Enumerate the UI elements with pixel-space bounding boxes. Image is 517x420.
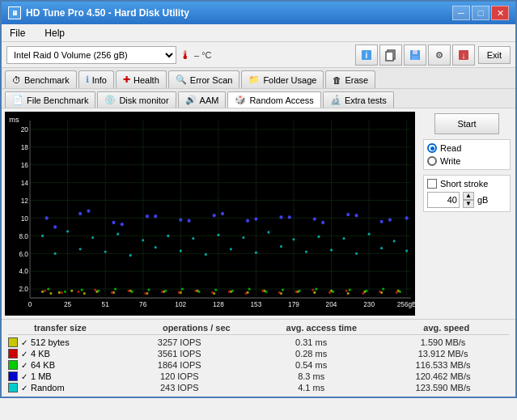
row-access-time: 4.1 ms [245,383,377,392]
row-transfer-size: 512 bytes [31,337,70,347]
svg-point-78 [44,290,46,292]
checkmark: ✓ [21,372,28,381]
close-button[interactable]: ✕ [491,6,509,20]
short-stroke-checkbox[interactable] [427,179,437,189]
svg-point-136 [121,223,124,226]
svg-point-164 [280,245,282,248]
svg-point-100 [47,287,49,290]
stroke-down-button[interactable]: ▼ [463,200,474,208]
exit-button[interactable]: Exit [478,46,511,64]
toolbar-download-btn[interactable]: ↓ [452,45,475,66]
stats-row-label: ✓ 1 MB [8,371,113,381]
read-radio[interactable]: Read [427,143,506,153]
svg-point-150 [104,250,107,252]
maximize-button[interactable]: □ [472,6,489,20]
svg-text:2.0: 2.0 [19,285,28,293]
short-stroke-label: Short stroke [440,179,488,189]
svg-point-115 [299,290,301,292]
row-access-time: 0.31 ms [245,337,377,347]
tab-random-access[interactable]: 🎲 Random Access [227,91,320,108]
svg-point-94 [311,289,314,291]
menu-file[interactable]: File [5,26,30,40]
toolbar-save-btn[interactable] [404,45,426,66]
tab-aam[interactable]: 🔊 AAM [178,91,227,108]
header-avg-speed: avg. speed [384,323,509,333]
tab-health[interactable]: ✚ Health [116,70,167,88]
svg-rect-11 [5,112,415,316]
svg-point-153 [142,239,144,241]
svg-point-97 [362,292,364,295]
stroke-spinner: ▲ ▼ [463,192,474,208]
title-bar-controls: ─ □ ✕ [452,6,509,20]
minimize-button[interactable]: ─ [452,6,470,20]
svg-text:16: 16 [21,161,28,169]
svg-point-113 [265,291,267,293]
svg-point-138 [188,219,191,223]
svg-point-169 [342,237,345,240]
svg-point-112 [248,287,251,290]
short-stroke-group: Short stroke ▲ ▼ gB [423,175,511,212]
svg-text:4.0: 4.0 [19,267,28,275]
stats-header: transfer size operations / sec avg. acce… [8,323,509,335]
stroke-up-button[interactable]: ▲ [463,192,474,200]
svg-text:179: 179 [288,300,299,308]
svg-point-155 [167,235,169,237]
tab-error-scan[interactable]: 🔍 Error Scan [168,70,240,88]
svg-text:153: 153 [251,300,262,308]
error-scan-icon: 🔍 [176,74,187,85]
svg-text:128: 128 [213,300,224,308]
svg-point-162 [255,252,257,254]
drive-selector[interactable]: Intel Raid 0 Volume (256 gB) [6,46,176,64]
svg-point-129 [279,215,282,218]
svg-point-147 [66,230,69,232]
tab-file-benchmark[interactable]: 📄 File Benchmark [5,91,95,108]
write-radio-dot [427,156,437,166]
stats-row-label: ✓ Random [8,383,113,392]
tab-folder-usage[interactable]: 📁 Folder Usage [241,70,324,88]
svg-point-93 [295,291,298,293]
row-ops: 120 IOPS [113,371,245,381]
tab-extra-tests[interactable]: 🔬 Extra tests [323,91,394,108]
svg-point-86 [178,291,180,294]
extra-tests-icon: 🔬 [330,95,341,105]
svg-point-127 [213,214,216,217]
right-panel: Start Read Write Short stroke [418,108,515,319]
stroke-value-input[interactable] [427,192,460,208]
tabs-row-2: 📄 File Benchmark 💿 Disk monitor 🔊 AAM 🎲 … [2,89,515,108]
temp-display: – °C [194,50,212,60]
svg-point-161 [242,236,244,239]
svg-point-83 [128,290,130,292]
svg-text:76: 76 [139,300,146,308]
tab-erase[interactable]: 🗑 Erase [325,70,375,88]
svg-point-80 [78,291,80,293]
svg-point-104 [114,287,117,290]
start-button[interactable]: Start [434,113,499,134]
svg-text:20: 20 [21,125,28,134]
short-stroke-item[interactable]: Short stroke [427,179,506,189]
chart-svg: ms [5,112,415,316]
toolbar-info-btn[interactable]: i [355,45,378,66]
tab-disk-monitor[interactable]: 💿 Disk monitor [97,91,176,108]
tab-info[interactable]: ℹ Info [78,70,114,88]
write-radio[interactable]: Write [427,156,506,166]
svg-point-139 [221,212,224,215]
checkmark: ✓ [21,350,28,358]
tab-benchmark[interactable]: ⏱ Benchmark [5,70,77,88]
toolbar-copy-btn[interactable] [379,45,402,66]
health-icon: ✚ [123,74,130,85]
svg-point-144 [388,218,392,221]
toolbar-config-btn[interactable] [428,45,451,66]
stats-row: ✓ 512 bytes 3257 IOPS 0.31 ms 1.590 MB/s [8,337,509,348]
menu-bar: File Help [2,24,515,42]
svg-point-152 [129,254,132,257]
color-indicator [8,349,18,358]
menu-help[interactable]: Help [40,26,70,40]
toolbar-icons: i ↓ [355,45,475,66]
svg-rect-6 [412,56,418,60]
svg-point-82 [111,291,113,294]
svg-point-98 [379,291,381,293]
svg-text:102: 102 [175,300,186,308]
svg-point-106 [147,289,150,291]
checkmark: ✓ [21,384,28,392]
svg-point-130 [313,217,316,220]
